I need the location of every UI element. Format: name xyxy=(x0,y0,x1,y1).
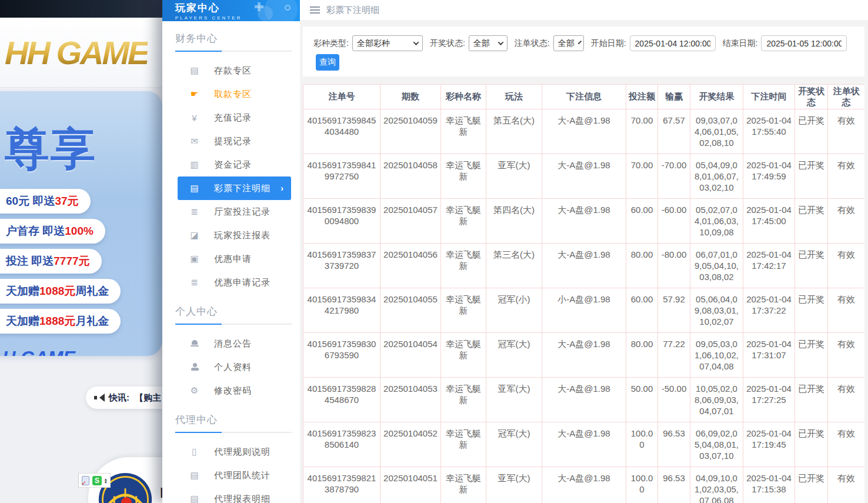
floating-toolbar[interactable]: S ▴▾ xyxy=(78,473,111,488)
speaker-icon xyxy=(94,394,104,402)
table-cell: 2025-01-04 17:55:40 xyxy=(743,109,795,154)
ticker-label: 快讯: xyxy=(109,392,129,404)
promo-banner-text: 1888元 xyxy=(39,315,75,327)
sidebar-item-message-bell[interactable]: 消息公告 xyxy=(162,332,300,355)
table-cell: 20250104054 xyxy=(380,333,441,378)
table-cell: 幸运飞艇新 xyxy=(441,244,486,288)
promo-banner[interactable]: 天加赠1088元周礼金 xyxy=(0,279,121,304)
s-tool-icon[interactable]: S xyxy=(92,476,102,485)
withdrawal-record-icon: ✉ xyxy=(189,136,200,146)
promo-banner[interactable]: 60元 即送37元 xyxy=(0,189,91,214)
table-cell: 已开奖 xyxy=(795,288,828,333)
table-cell: 20250104058 xyxy=(380,154,441,199)
sidebar-item-label: 玩家投注报表 xyxy=(214,230,271,241)
change-password-gear-icon: ⚙ xyxy=(189,385,200,396)
end-date-input[interactable] xyxy=(761,35,847,51)
table-cell: 2025-01-04 17:15:38 xyxy=(743,467,795,503)
note-check-icon[interactable] xyxy=(82,476,89,485)
table-cell: 大-A盘@1.98 xyxy=(542,422,626,467)
sidebar-item-withdraw-hand[interactable]: ☛取款专区 xyxy=(162,82,300,106)
sidebar-item-funds-record[interactable]: ▥资金记录 xyxy=(162,153,300,176)
sidebar-menu: 财务中心▤存款专区☛取款专区¥充值记录✉提现记录▥资金记录▤彩票下注明细›≣厅室… xyxy=(162,32,300,503)
table-cell: 20250104053 xyxy=(380,378,441,422)
content-topbar: 彩票下注明细 xyxy=(300,0,868,20)
column-header: 期数 xyxy=(380,85,441,109)
table-row: 40156917359839009480020250104057幸运飞艇新第四名… xyxy=(303,199,865,244)
sidebar-item-profile-person[interactable]: 个人资料 xyxy=(162,355,300,379)
table-cell: 亚军(大) xyxy=(486,378,542,422)
promo-banner[interactable]: 投注 即送7777元 xyxy=(0,249,102,274)
table-cell: 第四名(大) xyxy=(486,199,542,244)
table-cell: 60.00 xyxy=(626,288,658,333)
promo-sub-logo: H GAME xyxy=(2,348,162,356)
table-cell: 401569173598284548670 xyxy=(303,378,380,422)
column-header: 投注额 xyxy=(626,85,658,109)
promo-banner-text: 月礼金 xyxy=(75,315,109,327)
promo-banner-text: 户首存 即送 xyxy=(6,225,65,237)
table-cell: 幸运飞艇新 xyxy=(441,154,486,199)
promo-banner-text: 1088元 xyxy=(39,285,75,297)
sidebar-item-change-password-gear[interactable]: ⚙修改密码 xyxy=(162,379,300,402)
sidebar-item-player-bet-report[interactable]: ◪玩家投注报表 xyxy=(162,224,300,247)
table-cell: 100.00 xyxy=(626,422,658,467)
start-date-input[interactable] xyxy=(630,35,716,51)
collapse-arrows-icon[interactable]: ▴▾ xyxy=(105,478,107,484)
sidebar-item-label: 存款专区 xyxy=(214,65,252,76)
sidebar-subtitle: PLAYERS CENTER xyxy=(175,15,300,21)
sidebar-item-label: 代理报表明细 xyxy=(214,494,271,503)
table-cell: 已开奖 xyxy=(795,154,828,199)
table-cell: 20250104059 xyxy=(380,109,441,154)
sidebar-item-label: 消息公告 xyxy=(214,338,252,349)
sidebar-item-withdrawal-record[interactable]: ✉提现记录 xyxy=(162,129,300,153)
table-cell: 有效 xyxy=(828,109,865,154)
lottery-type-select[interactable]: 全部彩种 xyxy=(352,35,423,51)
sidebar-item-promo-apply[interactable]: ▣优惠申请 xyxy=(162,247,300,271)
chevron-down-icon xyxy=(498,39,503,45)
table-cell: 第三名(大) xyxy=(486,244,542,288)
bets-table: 注单号期数彩种名称玩法下注信息投注额输赢开奖结果下注时间开奖状态注单状态 401… xyxy=(303,84,864,503)
table-cell: 96.53 xyxy=(658,422,690,467)
table-cell: 401569173598390094800 xyxy=(303,199,380,244)
promo-banner[interactable]: 天加赠1888元月礼金 xyxy=(0,309,121,334)
sidebar-item-agent-report-detail[interactable]: ▤代理报表明细 xyxy=(162,487,300,503)
agent-report-detail-icon: ▤ xyxy=(189,494,200,503)
site-logo[interactable]: HH GAME xyxy=(0,34,148,72)
table-cell: 冠军(大) xyxy=(486,333,542,378)
promo-banner-text: 37元 xyxy=(55,195,78,207)
agent-team-stats-icon: ▤ xyxy=(189,470,200,481)
table-cell: 2025-01-04 17:31:07 xyxy=(743,333,795,378)
query-button[interactable]: 查询 xyxy=(316,54,339,71)
sidebar-item-recharge-moneybag[interactable]: ¥充值记录 xyxy=(162,106,300,129)
sidebar-item-agent-team-stats[interactable]: ▤代理团队统计 xyxy=(162,464,300,487)
sidebar-item-hall-bet-record[interactable]: ≣厅室投注记录 xyxy=(162,200,300,224)
table-cell: 有效 xyxy=(828,333,865,378)
section-divider xyxy=(175,324,292,325)
column-header: 注单状态 xyxy=(828,85,865,109)
draw-status-select[interactable]: 全部 xyxy=(469,35,508,51)
menu-toggle-icon[interactable] xyxy=(310,5,320,15)
sidebar-item-lottery-bet-detail[interactable]: ▤彩票下注明细› xyxy=(178,176,291,200)
table-cell: 有效 xyxy=(828,378,865,422)
table-cell: 20250104055 xyxy=(380,288,441,333)
sidebar-item-label: 厅室投注记录 xyxy=(214,206,271,218)
table-cell: 已开奖 xyxy=(795,244,828,288)
sidebar-item-deposit-card[interactable]: ▤存款专区 xyxy=(162,59,300,82)
sidebar-item-agent-rules-doc[interactable]: ▯代理规则说明 xyxy=(162,440,300,464)
sidebar-item-promo-apply-record[interactable]: ≣优惠申请记录 xyxy=(162,271,300,294)
table-cell: 幸运飞艇新 xyxy=(441,288,486,333)
player-bet-report-icon: ◪ xyxy=(189,230,200,241)
table-cell: 20250104051 xyxy=(380,467,441,503)
table-header-row: 注单号期数彩种名称玩法下注信息投注额输赢开奖结果下注时间开奖状态注单状态 xyxy=(303,85,865,109)
table-cell: 05,02,07,04,01,06,03,10,09,08 xyxy=(690,199,743,244)
sidebar-item-label: 优惠申请 xyxy=(214,254,252,265)
sidebar-section-title: 代理中心 xyxy=(175,413,292,427)
table-row: 40156917359823850614020250104052幸运飞艇新冠军(… xyxy=(303,422,865,467)
order-status-select[interactable]: 全部 xyxy=(553,35,584,51)
table-cell: 有效 xyxy=(828,288,865,333)
table-cell: 大-A盘@1.98 xyxy=(542,199,626,244)
table-cell: 2025-01-04 17:19:45 xyxy=(743,422,795,467)
promo-banner[interactable]: 户首存 即送100% xyxy=(0,219,105,244)
funds-record-icon: ▥ xyxy=(189,159,200,170)
promo-banner-list: 60元 即送37元户首存 即送100%投注 即送7777元天加赠1088元周礼金… xyxy=(0,189,162,334)
promo-panel: 尊享 60元 即送37元户首存 即送100%投注 即送7777元天加赠1088元… xyxy=(0,91,162,356)
